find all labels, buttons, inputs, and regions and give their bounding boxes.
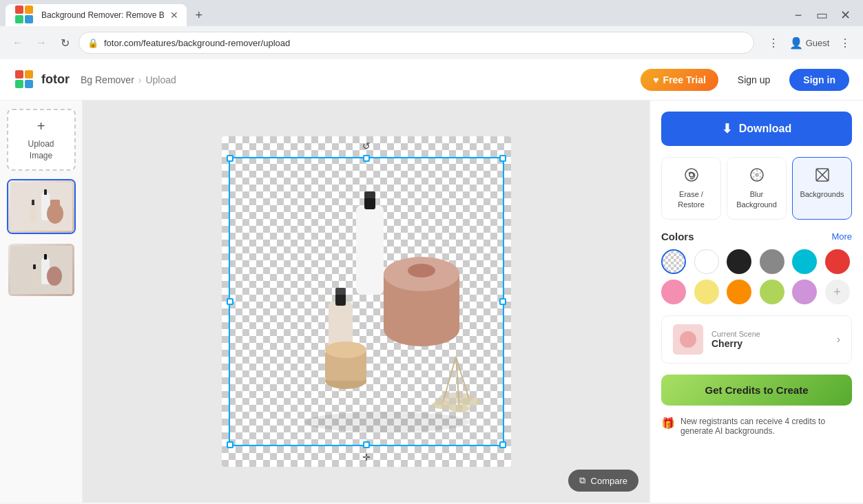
svg-rect-21 [31,268,38,286]
browser-tab[interactable]: Background Remover: Remove B ✕ [6,4,187,26]
main-layout: + UploadImage [0,101,863,503]
gift-icon: 🎁 [661,417,675,430]
signin-btn[interactable]: Sign in [789,69,849,91]
app-header: fotor Bg Remover › Upload ♥ Free Trial S… [0,59,863,101]
menu-btn[interactable]: ⋮ [835,33,855,52]
color-swatch-add[interactable]: + [825,280,850,304]
svg-point-66 [680,331,696,348]
blur-bg-btn[interactable]: BlurBackground [727,157,787,220]
browser-window: Background Remover: Remove B ✕ + − ▭ ✕ ←… [0,0,863,59]
get-credits-btn[interactable]: Get Credits to Create [661,375,852,406]
canvas-area: ↺ ✛ ⧉ Compare [83,101,649,503]
erase-restore-icon [683,166,700,184]
breadcrumb-page: Upload [145,74,176,85]
handle-bl[interactable] [227,441,233,448]
upload-image-btn[interactable]: + UploadImage [7,109,76,171]
address-bar[interactable]: 🔒 fotor.com/features/background-remover/… [79,32,754,54]
profile-btn[interactable]: 👤 Guest [789,33,830,52]
left-sidebar: + UploadImage [0,101,83,503]
compare-icon: ⧉ [579,475,585,486]
download-icon: ⬇ [722,121,732,136]
color-swatch-black[interactable] [727,249,751,274]
handle-bm[interactable] [363,441,370,448]
download-btn[interactable]: ⬇ Download [661,112,852,146]
compare-btn[interactable]: ⧉ Compare [568,470,638,492]
color-swatch-yellow[interactable] [694,280,719,304]
scene-name: Cherry [711,338,829,349]
thumb-img-1 [8,180,74,233]
colors-header: Colors More [661,231,852,242]
color-swatch-orange[interactable] [727,280,751,304]
handle-tm[interactable] [363,155,370,162]
scene-arrow-icon: › [837,333,840,346]
handle-rm[interactable] [499,298,506,305]
svg-point-56 [752,172,754,174]
window-maximize-btn[interactable]: ▭ [812,6,831,25]
svg-point-23 [47,266,62,286]
svg-point-58 [752,176,754,178]
rotate-handle[interactable]: ↺ [360,139,373,153]
svg-rect-13 [30,203,37,222]
signup-btn[interactable]: Sign up [729,69,778,91]
thumbnail-item-1[interactable] [7,179,76,234]
forward-btn[interactable]: → [32,33,51,52]
svg-point-60 [756,170,758,172]
scene-info: Current Scene Cherry [711,330,829,349]
thumb-img-2 [8,244,74,296]
breadcrumb: Bg Remover › Upload [81,74,176,85]
handle-tl[interactable] [227,155,233,162]
color-swatch-gray[interactable] [760,249,784,274]
scene-label: Current Scene [711,330,829,338]
handle-br[interactable] [499,441,506,448]
backgrounds-label: Backgrounds [800,189,844,200]
color-swatch-purple[interactable] [792,280,817,304]
backgrounds-btn[interactable]: Backgrounds [792,157,852,220]
svg-rect-16 [50,200,60,207]
scene-thumbnail [673,324,703,355]
credits-note: 🎁 New registrants can receive 4 credits … [661,417,852,436]
free-trial-btn[interactable]: ♥ Free Trial [641,69,718,91]
svg-rect-22 [33,264,36,269]
extensions-btn[interactable]: ⋮ [764,33,783,52]
tab-close-btn[interactable]: ✕ [170,10,178,21]
canvas-container: ↺ ✛ [222,136,511,467]
new-tab-btn[interactable]: + [189,6,209,25]
color-swatch-transparent[interactable] [661,249,686,274]
thumb-cosmetics2-svg [10,246,72,294]
svg-point-55 [755,173,759,177]
move-handle[interactable]: ✛ [360,450,373,464]
heart-icon: ♥ [653,74,658,85]
erase-restore-btn[interactable]: Erase /Restore [661,157,721,220]
tab-favicon [14,4,36,26]
refresh-btn[interactable]: ↻ [55,33,74,52]
guest-label: Guest [806,38,830,48]
window-close-btn[interactable]: ✕ [835,6,855,25]
window-minimize-btn[interactable]: − [789,6,808,25]
browser-toolbar: ← → ↻ 🔒 fotor.com/features/background-re… [0,26,863,59]
svg-point-57 [759,172,761,174]
thumb-cosmetics-svg [10,182,72,231]
browser-right-controls: ⋮ 👤 Guest ⋮ [764,33,855,52]
svg-rect-12 [44,189,47,195]
erase-restore-label: Erase /Restore [678,189,705,211]
color-swatch-pink[interactable] [661,280,686,304]
color-swatch-red[interactable] [825,249,850,274]
lock-icon: 🔒 [87,38,98,48]
color-swatch-white[interactable] [694,249,719,274]
handle-lm[interactable] [227,298,233,305]
colors-more-btn[interactable]: More [831,231,852,242]
thumbnail-item-2[interactable] [7,242,76,297]
compare-label: Compare [591,476,627,486]
svg-rect-9 [25,80,33,88]
svg-point-59 [759,176,761,178]
svg-rect-4 [25,15,33,23]
color-swatch-cyan[interactable] [792,249,817,274]
url-text: fotor.com/features/background-remover/up… [104,38,290,48]
colors-label: Colors [661,231,694,242]
color-swatch-green[interactable] [760,280,784,304]
back-btn[interactable]: ← [8,33,28,52]
app-name: Bg Remover [81,74,134,85]
scene-card[interactable]: Current Scene Cherry › [661,315,852,364]
tab-title: Background Remover: Remove B [41,10,165,20]
handle-tr[interactable] [499,155,506,162]
